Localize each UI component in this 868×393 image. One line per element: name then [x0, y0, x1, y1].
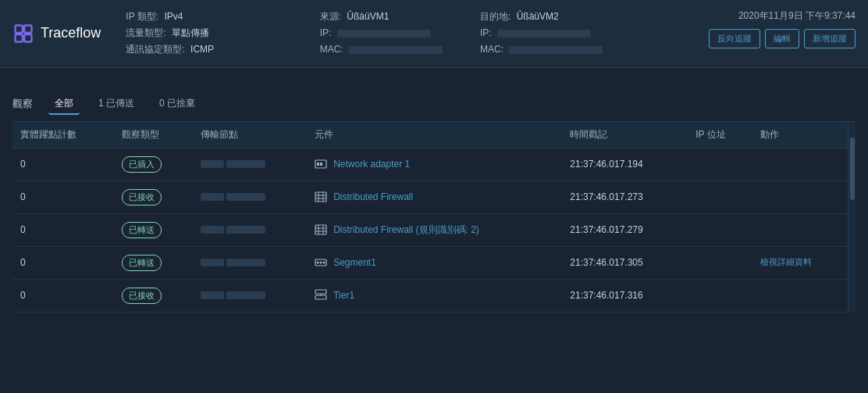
svg-point-19 — [320, 262, 322, 264]
main-content: 實體躍點計數 觀察類型 傳輸節點 元件 時間戳記 IP 位址 動作 0已插入 N… — [12, 122, 856, 313]
component-name: Distributed Firewall (規則識別碼: 2) — [333, 223, 479, 237]
cell-timestamp: 21:37:46.017.273 — [562, 180, 688, 213]
source-mac-row: MAC: — [320, 42, 443, 57]
dest-ip-value — [497, 30, 591, 38]
source-ip-row: IP: — [320, 26, 443, 41]
table-wrapper: 實體躍點計數 觀察類型 傳輸節點 元件 時間戳記 IP 位址 動作 0已插入 N… — [12, 122, 848, 313]
protocol-type-row: 通訊協定類型: ICMP — [126, 42, 214, 57]
cell-entity-count: 0 — [12, 180, 114, 213]
cell-ip — [688, 213, 752, 246]
cell-action — [752, 148, 848, 180]
cell-entity-count: 0 — [12, 279, 114, 312]
svg-rect-7 — [315, 192, 326, 202]
app-title: Traceflow — [41, 25, 101, 41]
cell-timestamp: 21:37:46.017.305 — [562, 246, 688, 279]
cell-ip — [688, 279, 752, 312]
table-row: 0已插入 Network adapter 121:37:46.017.194 — [12, 148, 848, 180]
node-segment-2 — [226, 193, 265, 201]
component-name: Distributed Firewall — [333, 191, 413, 202]
table-body: 0已插入 Network adapter 121:37:46.017.1940已… — [12, 148, 848, 312]
obs-type-badge: 已插入 — [122, 156, 162, 173]
cell-component: Distributed Firewall — [307, 180, 562, 213]
edit-button[interactable]: 編輯 — [765, 29, 799, 48]
cell-component: Segment1 — [307, 246, 562, 279]
table-header-row: 實體躍點計數 觀察類型 傳輸節點 元件 時間戳記 IP 位址 動作 — [12, 122, 848, 148]
cell-transport-node — [193, 246, 307, 279]
observations-header: 觀察 全部 1 已傳送 0 已捨棄 — [12, 86, 856, 122]
cell-action — [752, 213, 848, 246]
obs-type-badge: 已轉送 — [122, 255, 162, 271]
cell-ip — [688, 246, 752, 279]
dest-ip-row: IP: — [480, 26, 603, 41]
scrollbar[interactable] — [848, 122, 856, 313]
dest-label-row: 目的地: ÛßàüVM2 — [480, 9, 603, 24]
component-name: Network adapter 1 — [333, 159, 410, 170]
svg-rect-21 — [315, 290, 326, 294]
cell-timestamp: 21:37:46.017.316 — [562, 279, 688, 312]
table-row: 0已接收 Distributed Firewall21:37:46.017.27… — [12, 180, 848, 213]
component-cell: Tier1 — [315, 289, 554, 302]
tab-dropped[interactable]: 0 已捨棄 — [153, 94, 201, 115]
cell-timestamp: 21:37:46.017.279 — [562, 213, 688, 246]
cell-obs-type: 已接收 — [114, 279, 193, 312]
ip-type-row: IP 類型: IPv4 — [126, 9, 214, 24]
logo-area: Traceflow — [12, 23, 101, 45]
header: Traceflow IP 類型: IPv4 流量類型: 單點傳播 通訊協定類型:… — [0, 0, 868, 68]
cell-action — [752, 180, 848, 213]
source-mac-value — [349, 46, 443, 54]
view-details-link[interactable]: 檢視詳細資料 — [760, 257, 812, 266]
obs-type-badge: 已接收 — [122, 288, 162, 304]
drag-handle[interactable]: · · · · · · · · — [0, 68, 868, 86]
svg-rect-0 — [16, 25, 23, 32]
component-cell: Network adapter 1 — [315, 158, 554, 170]
new-trace-button[interactable]: 新增追蹤 — [804, 29, 856, 48]
reverse-trace-button[interactable]: 反向追蹤 — [709, 29, 760, 48]
col-obs-type: 觀察類型 — [114, 122, 193, 148]
header-left: Traceflow IP 類型: IPv4 流量類型: 單點傳播 通訊協定類型:… — [12, 9, 214, 58]
table-row: 0已接收 Tier121:37:46.017.316 — [12, 279, 848, 312]
svg-point-18 — [317, 262, 319, 264]
source-label-row: 來源: ÛßàüVM1 — [320, 9, 443, 24]
tier-icon — [315, 289, 327, 302]
node-segment-2 — [226, 259, 265, 266]
cell-obs-type: 已插入 — [114, 148, 193, 180]
transport-node-bar — [201, 259, 299, 266]
observations-section: 觀察 全部 1 已傳送 0 已捨棄 實體躍點計數 觀察類型 傳輸節點 元件 時間… — [0, 86, 868, 313]
svg-rect-6 — [320, 163, 322, 166]
col-ip: IP 位址 — [688, 122, 752, 148]
col-action: 動作 — [752, 122, 848, 148]
header-buttons: 反向追蹤 編輯 新增追蹤 — [709, 29, 856, 48]
source-ip-value — [337, 30, 431, 38]
node-segment-2 — [226, 226, 265, 234]
cell-component: Tier1 — [307, 279, 562, 312]
scrollbar-thumb[interactable] — [850, 138, 855, 200]
transport-node-bar — [201, 160, 299, 168]
firewall-icon — [315, 223, 327, 236]
tab-sent[interactable]: 1 已傳送 — [92, 94, 141, 115]
header-info: IP 類型: IPv4 流量類型: 單點傳播 通訊協定類型: ICMP — [126, 9, 214, 58]
tab-all[interactable]: 全部 — [48, 94, 80, 115]
node-segment-1 — [201, 193, 224, 201]
transport-node-bar — [201, 291, 299, 299]
cell-transport-node — [193, 180, 307, 213]
timestamp: 2020年11月9日 下午9:37:44 — [738, 9, 856, 23]
segment-icon — [315, 256, 327, 269]
node-segment-1 — [201, 226, 224, 234]
svg-point-20 — [323, 262, 326, 264]
table-row: 0已轉送 Distributed Firewall (規則識別碼: 2)21:3… — [12, 213, 848, 246]
transport-node-bar — [201, 226, 299, 234]
component-cell: Segment1 — [315, 256, 554, 269]
component-cell: Distributed Firewall — [315, 191, 554, 203]
cell-component: Network adapter 1 — [307, 148, 562, 180]
observations-table-container[interactable]: 實體躍點計數 觀察類型 傳輸節點 元件 時間戳記 IP 位址 動作 0已插入 N… — [12, 122, 848, 313]
cell-obs-type: 已轉送 — [114, 246, 193, 279]
cell-transport-node — [193, 148, 307, 180]
cell-transport-node — [193, 213, 307, 246]
network-adapter-icon — [315, 158, 327, 170]
cell-component: Distributed Firewall (規則識別碼: 2) — [307, 213, 562, 246]
observations-table: 實體躍點計數 觀察類型 傳輸節點 元件 時間戳記 IP 位址 動作 0已插入 N… — [12, 122, 848, 313]
dest-mac-value — [509, 46, 603, 54]
node-segment-1 — [201, 160, 224, 168]
cell-entity-count: 0 — [12, 148, 114, 180]
col-entity-count: 實體躍點計數 — [12, 122, 114, 148]
